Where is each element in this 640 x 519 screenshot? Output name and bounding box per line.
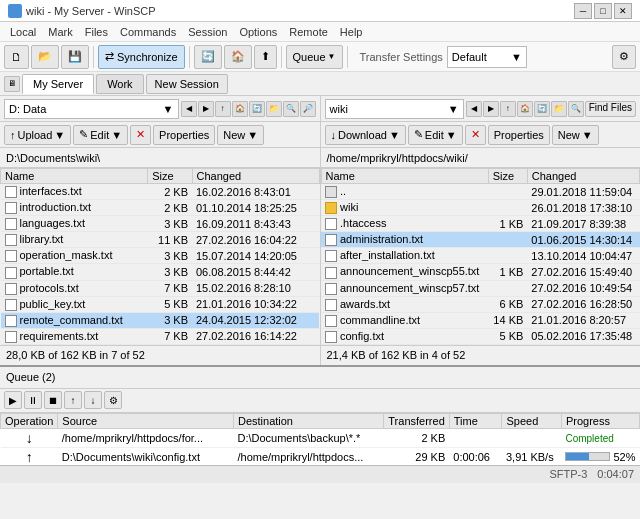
table-row[interactable]: .. 29.01.2018 11:59:04 — [321, 184, 640, 200]
queue-col-dest[interactable]: Destination — [233, 413, 383, 428]
tab-bar-icon1[interactable]: 🖥 — [4, 76, 20, 92]
left-delete-button[interactable]: ✕ — [130, 125, 151, 145]
left-col-name[interactable]: Name — [1, 169, 148, 184]
right-nav-2[interactable]: ▶ — [483, 101, 499, 117]
left-nav-up[interactable]: ↑ — [215, 101, 231, 117]
right-folder[interactable]: 📁 — [551, 101, 567, 117]
left-folder[interactable]: 📁 — [266, 101, 282, 117]
close-button[interactable]: ✕ — [614, 3, 632, 19]
menu-session[interactable]: Session — [182, 25, 233, 39]
right-file-table-wrapper[interactable]: Name Size Changed .. 29.01.2018 11:59:04… — [321, 168, 641, 345]
queue-col-op[interactable]: Operation — [1, 413, 58, 428]
right-new-button[interactable]: New ▼ — [552, 125, 599, 145]
right-file-changed: 21.01.2016 8:20:57 — [527, 312, 639, 328]
tab-work[interactable]: Work — [96, 74, 143, 94]
right-find[interactable]: 🔍 — [568, 101, 584, 117]
table-row[interactable]: interfaces.txt 2 KB 16.02.2016 8:43:01 — [1, 184, 320, 200]
menu-help[interactable]: Help — [334, 25, 369, 39]
right-col-name[interactable]: Name — [321, 169, 488, 184]
left-filter[interactable]: 🔍 — [283, 101, 299, 117]
transfer-settings-dropdown[interactable]: Default ▼ — [447, 46, 527, 68]
menu-mark[interactable]: Mark — [42, 25, 78, 39]
menu-commands[interactable]: Commands — [114, 25, 182, 39]
table-row[interactable]: announcement_winscp57.txt 27.02.2016 10:… — [321, 280, 640, 296]
left-search[interactable]: 🔎 — [300, 101, 316, 117]
table-row[interactable]: config.txt 5 KB 05.02.2016 17:35:48 — [321, 328, 640, 344]
right-refresh[interactable]: 🔄 — [534, 101, 550, 117]
right-home[interactable]: 🏠 — [517, 101, 533, 117]
right-nav-1[interactable]: ◀ — [466, 101, 482, 117]
table-row[interactable]: library.txt 11 KB 27.02.2016 16:04:22 — [1, 232, 320, 248]
menu-options[interactable]: Options — [233, 25, 283, 39]
toolbar-small-1[interactable]: 🔄 — [194, 45, 222, 69]
table-row[interactable]: after_installation.txt 13.10.2014 10:04:… — [321, 248, 640, 264]
table-row[interactable]: .htaccess 1 KB 21.09.2017 8:39:38 — [321, 216, 640, 232]
minimize-button[interactable]: ─ — [574, 3, 592, 19]
left-refresh[interactable]: 🔄 — [249, 101, 265, 117]
right-delete-button[interactable]: ✕ — [465, 125, 486, 145]
table-row[interactable]: public_key.txt 5 KB 21.01.2016 10:34:22 — [1, 296, 320, 312]
queue-col-progress[interactable]: Progress — [561, 413, 639, 428]
left-file-table-wrapper[interactable]: Name Size Changed interfaces.txt 2 KB 16… — [0, 168, 320, 345]
table-row[interactable]: wiki 26.01.2018 17:38:10 — [321, 200, 640, 216]
queue-button[interactable]: Queue ▼ — [286, 45, 343, 69]
right-drive-dropdown[interactable]: wiki ▼ — [325, 99, 464, 119]
left-properties-button[interactable]: Properties — [153, 125, 215, 145]
toolbar-small-3[interactable]: ⬆ — [254, 45, 277, 69]
table-row[interactable]: introduction.txt 2 KB 01.10.2014 18:25:2… — [1, 200, 320, 216]
queue-col-speed[interactable]: Speed — [502, 413, 561, 428]
right-nav-up[interactable]: ↑ — [500, 101, 516, 117]
upload-button[interactable]: ↑ Upload ▼ — [4, 125, 71, 145]
left-col-size[interactable]: Size — [148, 169, 192, 184]
queue-col-source[interactable]: Source — [58, 413, 234, 428]
toolbar-extra[interactable]: ⚙ — [612, 45, 636, 69]
left-new-button[interactable]: New ▼ — [217, 125, 264, 145]
menu-local[interactable]: Local — [4, 25, 42, 39]
queue-stop-button[interactable]: ⏹ — [44, 391, 62, 409]
menu-remote[interactable]: Remote — [283, 25, 334, 39]
list-item[interactable]: ↓ /home/mprikryl/httpdocs/for... D:\Docu… — [1, 428, 640, 447]
right-file-size: 1 KB — [488, 216, 527, 232]
table-row[interactable]: operation_mask.txt 3 KB 15.07.2014 14:20… — [1, 248, 320, 264]
right-col-size[interactable]: Size — [488, 169, 527, 184]
synchronize-button[interactable]: ⇄ Synchronize — [98, 45, 185, 69]
queue-settings-button[interactable]: ⚙ — [104, 391, 122, 409]
table-row[interactable]: requirements.txt 7 KB 27.02.2016 16:14:2… — [1, 328, 320, 344]
left-col-changed[interactable]: Changed — [192, 169, 319, 184]
table-row[interactable]: protocols.txt 7 KB 15.02.2016 8:28:10 — [1, 280, 320, 296]
queue-start-button[interactable]: ▶ — [4, 391, 22, 409]
find-files-btn[interactable]: Find Files — [585, 101, 636, 117]
right-col-changed[interactable]: Changed — [527, 169, 639, 184]
left-nav-1[interactable]: ◀ — [181, 101, 197, 117]
main-toolbar: 🗋 📂 💾 ⇄ Synchronize 🔄 🏠 ⬆ Queue ▼ Transf… — [0, 42, 640, 72]
right-properties-button[interactable]: Properties — [488, 125, 550, 145]
maximize-button[interactable]: □ — [594, 3, 612, 19]
download-button[interactable]: ↓ Download ▼ — [325, 125, 406, 145]
toolbar-small-2[interactable]: 🏠 — [224, 45, 252, 69]
table-row[interactable]: portable.txt 3 KB 06.08.2015 8:44:42 — [1, 264, 320, 280]
right-edit-button[interactable]: ✎ Edit ▼ — [408, 125, 463, 145]
queue-col-transferred[interactable]: Transferred — [384, 413, 449, 428]
queue-pause-button[interactable]: ⏸ — [24, 391, 42, 409]
queue-col-time[interactable]: Time — [449, 413, 502, 428]
left-edit-button[interactable]: ✎ Edit ▼ — [73, 125, 128, 145]
table-row[interactable]: announcement_winscp55.txt 1 KB 27.02.201… — [321, 264, 640, 280]
table-row[interactable]: commandline.txt 14 KB 21.01.2016 8:20:57 — [321, 312, 640, 328]
toolbar-icon3[interactable]: 💾 — [61, 45, 89, 69]
new-session-button[interactable]: New Session — [146, 74, 228, 94]
table-row[interactable]: awards.txt 6 KB 27.02.2016 16:28:50 — [321, 296, 640, 312]
left-drive-dropdown[interactable]: D: Data ▼ — [4, 99, 179, 119]
toolbar-separator-2 — [189, 46, 190, 68]
table-row[interactable]: administration.txt 01.06.2015 14:30:14 — [321, 232, 640, 248]
queue-down-button[interactable]: ↓ — [84, 391, 102, 409]
menu-files[interactable]: Files — [79, 25, 114, 39]
list-item[interactable]: ↑ D:\Documents\wiki\config.txt /home/mpr… — [1, 447, 640, 465]
queue-up-button[interactable]: ↑ — [64, 391, 82, 409]
tab-my-server[interactable]: My Server — [22, 74, 94, 94]
toolbar-icon1[interactable]: 🗋 — [4, 45, 29, 69]
table-row[interactable]: languages.txt 3 KB 16.09.2011 8:43:43 — [1, 216, 320, 232]
left-home[interactable]: 🏠 — [232, 101, 248, 117]
toolbar-icon2[interactable]: 📂 — [31, 45, 59, 69]
table-row[interactable]: remote_command.txt 3 KB 24.04.2015 12:32… — [1, 312, 320, 328]
left-nav-2[interactable]: ▶ — [198, 101, 214, 117]
